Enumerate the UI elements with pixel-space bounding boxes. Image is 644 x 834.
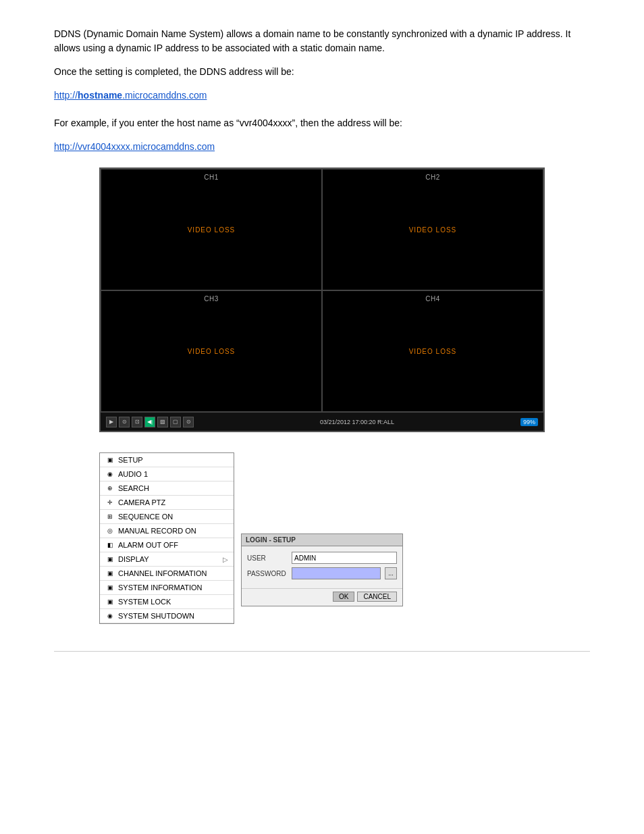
link1-prefix: http:// [54,90,78,101]
channel-info-label: CHANNEL INFORMATION [118,569,207,577]
login-user-input[interactable] [292,552,397,564]
menu-item-channel-info[interactable]: ▣ CHANNEL INFORMATION [100,567,234,581]
ddns-link-1[interactable]: http://hostname.microcamddns.com [54,90,207,101]
dvr-screen: CH1 VIDEO LOSS CH2 VIDEO LOSS CH3 VIDEO … [99,167,545,432]
login-password-label: PASSWORD [247,570,288,577]
menu-item-manual-record[interactable]: ◎ MANUAL RECORD ON [100,524,234,538]
ch4-status: VIDEO LOSS [409,348,457,355]
dvr-statusbar: ▶ ⊙ ⊡ ◀| ▨ ▢ ⊙ 03/21/2012 17:00:20 R:ALL… [101,412,543,431]
menu-item-display[interactable]: ▣ DISPLAY ▷ [100,552,234,567]
link1-bold: hostname [78,90,122,101]
menu-item-audio[interactable]: ◉ AUDIO 1 [100,467,234,481]
display-icon: ▣ [105,554,115,564]
sequence-label: SEQUENCE ON [118,513,173,521]
camera-ptz-label: CAMERA PTZ [118,498,165,506]
page-divider [54,651,590,652]
menu-item-system-info[interactable]: ▣ SYSTEM INFORMATION [100,581,234,595]
menu-item-sequence[interactable]: ⊞ SEQUENCE ON [100,510,234,524]
dvr-icon-group: ▶ ⊙ ⊡ ◀| ▨ ▢ ⊙ [106,417,194,427]
audio-icon: ◉ [105,469,115,479]
ch2-label: CH2 [323,174,543,181]
ch2-status: VIDEO LOSS [409,226,457,234]
login-password-row: PASSWORD ... [247,567,397,579]
login-user-row: USER [247,552,397,564]
dvr-icon-hdd: ▨ [157,417,168,427]
dvr-cell-ch3: CH3 VIDEO LOSS [101,290,322,412]
dvr-grid: CH1 VIDEO LOSS CH2 VIDEO LOSS CH3 VIDEO … [101,169,543,412]
menu-item-search[interactable]: ⊕ SEARCH [100,481,234,496]
menu-item-setup[interactable]: ▣ SETUP [100,453,234,467]
paragraph-1: DDNS (Dynamic Domain Name System) allows… [54,27,590,55]
dvr-icon-network: ▢ [170,417,181,427]
menu-item-system-lock[interactable]: ▣ SYSTEM LOCK [100,595,234,609]
dvr-icon-alarm: ⊙ [183,417,194,427]
system-shutdown-label: SYSTEM SHUTDOWN [118,612,194,620]
ch4-label: CH4 [323,295,543,303]
login-ok-button[interactable]: OK [333,592,354,602]
login-cancel-button[interactable]: CANCEL [357,592,397,602]
setup-icon: ▣ [105,455,115,465]
dvr-icon-record: ▶ [106,417,117,427]
ch3-status: VIDEO LOSS [188,348,236,355]
setup-label: SETUP [118,456,143,464]
search-label: SEARCH [118,484,149,492]
menu-item-system-shutdown[interactable]: ◉ SYSTEM SHUTDOWN [100,609,234,623]
system-info-label: SYSTEM INFORMATION [118,583,202,592]
manual-record-label: MANUAL RECORD ON [118,527,196,535]
channel-info-icon: ▣ [105,569,115,578]
page-content: DDNS (Dynamic Domain Name System) allows… [54,27,590,652]
paragraph-3: For example, if you enter the host name … [54,116,590,130]
menu-item-alarm-out[interactable]: ◧ ALARM OUT OFF [100,538,234,552]
audio-label: AUDIO 1 [118,470,148,478]
context-menu: ▣ SETUP ◉ AUDIO 1 ⊕ SEARCH ✛ CAMERA PTZ … [99,452,234,624]
camera-ptz-icon: ✛ [105,498,115,507]
ch3-label: CH3 [101,295,321,303]
display-submenu-arrow: ▷ [223,556,228,563]
alarm-out-icon: ◧ [105,540,115,550]
system-shutdown-icon: ◉ [105,611,115,621]
display-label: DISPLAY [118,555,149,563]
sequence-icon: ⊞ [105,512,115,521]
dvr-cell-ch1: CH1 VIDEO LOSS [101,169,322,290]
alarm-out-label: ALARM OUT OFF [118,541,178,549]
menu-item-camera-ptz[interactable]: ✛ CAMERA PTZ [100,496,234,510]
ddns-link-2[interactable]: http://vvr4004xxxx.microcamddns.com [54,141,215,152]
manual-record-icon: ◎ [105,526,115,536]
system-lock-label: SYSTEM LOCK [118,598,171,606]
login-footer: OK CANCEL [242,588,402,606]
ch1-label: CH1 [101,174,321,181]
paragraph-2: Once the setting is completed, the DDNS … [54,65,590,79]
dvr-hdd-percent: 99% [520,418,538,426]
login-dots-button[interactable]: ... [385,567,397,579]
dvr-icon-audio: ◀| [144,417,155,427]
login-dialog: LOGIN - SETUP USER PASSWORD ... OK CANCE… [241,533,403,606]
login-password-input[interactable] [292,567,381,579]
menu-area: ▣ SETUP ◉ AUDIO 1 ⊕ SEARCH ✛ CAMERA PTZ … [99,452,545,624]
link1-suffix: .microcamddns.com [122,90,207,101]
system-lock-icon: ▣ [105,597,115,606]
dvr-cell-ch4: CH4 VIDEO LOSS [322,290,543,412]
search-icon: ⊕ [105,484,115,493]
dvr-icon-display: ⊡ [132,417,142,427]
dvr-icon-camera: ⊙ [119,417,130,427]
dvr-datetime: 03/21/2012 17:00:20 R:ALL [320,419,394,425]
login-user-label: USER [247,554,288,562]
ch1-status: VIDEO LOSS [188,226,236,234]
login-title: LOGIN - SETUP [242,534,402,546]
link2-text: http://vvr4004xxxx.microcamddns.com [54,141,215,152]
system-info-icon: ▣ [105,583,115,592]
login-body: USER PASSWORD ... [242,546,402,588]
dvr-cell-ch2: CH2 VIDEO LOSS [322,169,543,290]
